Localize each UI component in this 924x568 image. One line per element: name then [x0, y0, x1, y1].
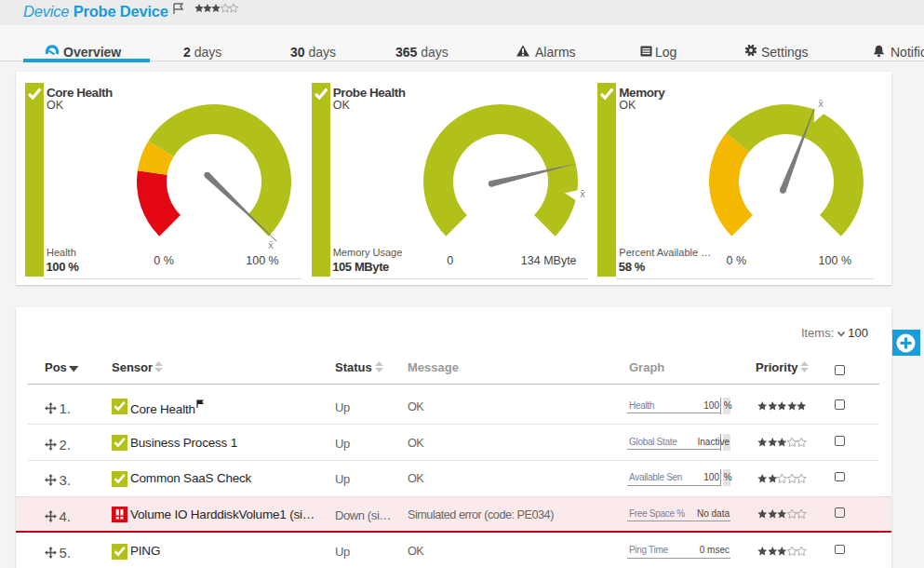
svg-text:x̄: x̄ — [819, 98, 824, 109]
svg-text:x̄: x̄ — [268, 239, 274, 250]
svg-text:x̄: x̄ — [580, 188, 585, 199]
